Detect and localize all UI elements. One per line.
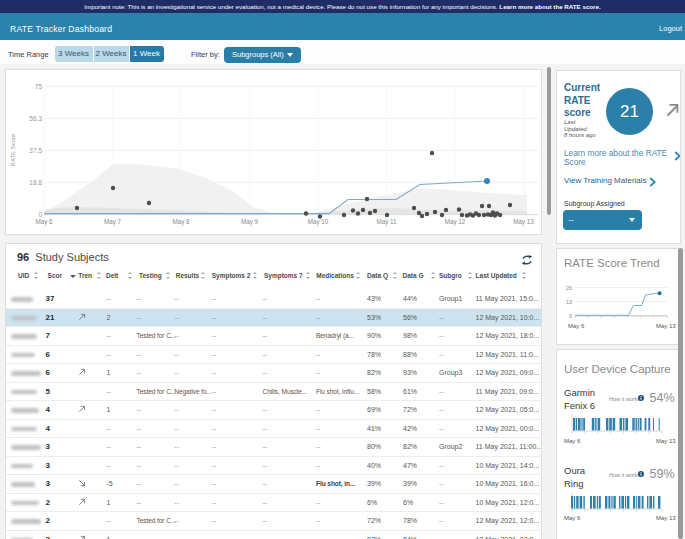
- svg-text:RATE Score: RATE Score: [10, 133, 16, 167]
- svg-text:May 9: May 9: [241, 218, 259, 226]
- svg-text:37.5: 37.5: [29, 147, 42, 154]
- svg-text:May 13: May 13: [513, 218, 534, 226]
- svg-text:May 7: May 7: [104, 218, 122, 226]
- svg-text:May 11: May 11: [376, 218, 397, 226]
- svg-text:May 6: May 6: [35, 218, 53, 226]
- svg-text:May 12: May 12: [445, 218, 466, 226]
- svg-text:May 8: May 8: [172, 218, 190, 226]
- svg-text:May 10: May 10: [308, 218, 329, 226]
- svg-text:26: 26: [566, 285, 572, 291]
- svg-text:13: 13: [566, 299, 572, 305]
- svg-text:56.3: 56.3: [29, 115, 42, 122]
- svg-text:75: 75: [35, 83, 43, 90]
- svg-text:0: 0: [569, 313, 572, 319]
- svg-text:18.8: 18.8: [29, 179, 42, 186]
